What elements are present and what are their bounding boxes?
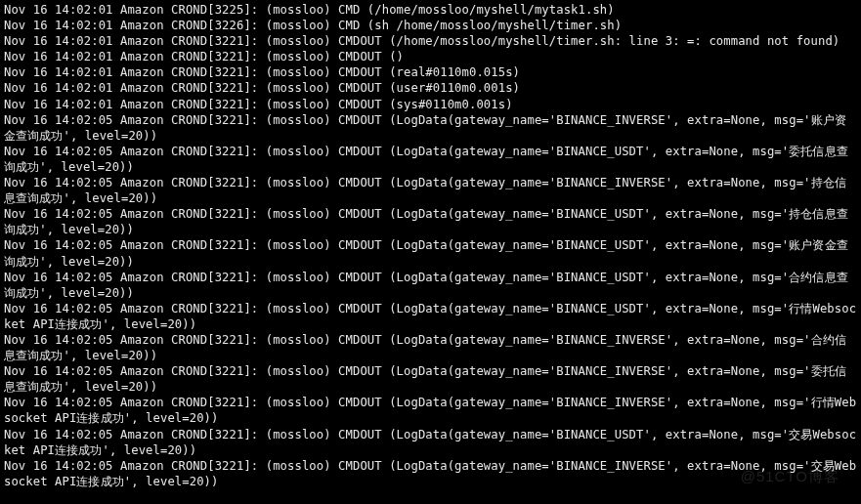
terminal-output[interactable]: Nov 16 14:02:01 Amazon CROND[3225]: (mos… bbox=[0, 0, 861, 491]
